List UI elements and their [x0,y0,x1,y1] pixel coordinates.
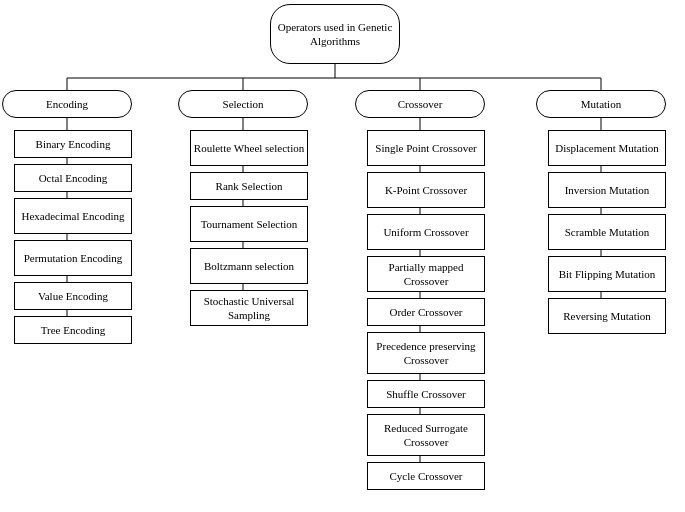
encoding-item-2: Hexadecimal Encoding [14,198,132,234]
encoding-item-4: Value Encoding [14,282,132,310]
selection-item-1: Rank Selection [190,172,308,200]
selection-item-4: Stochastic Universal Sampling [190,290,308,326]
mutation-item-1: Inversion Mutation [548,172,666,208]
mutation-item-4: Reversing Mutation [548,298,666,334]
category-encoding: Encoding [2,90,132,118]
encoding-item-5: Tree Encoding [14,316,132,344]
mutation-item-0: Displacement Mutation [548,130,666,166]
selection-item-0: Roulette Wheel selection [190,130,308,166]
crossover-item-5: Precedence preserving Crossover [367,332,485,374]
crossover-item-4: Order Crossover [367,298,485,326]
category-selection: Selection [178,90,308,118]
mutation-item-3: Bit Flipping Mutation [548,256,666,292]
crossover-item-1: K-Point Crossover [367,172,485,208]
crossover-item-8: Cycle Crossover [367,462,485,490]
encoding-item-0: Binary Encoding [14,130,132,158]
selection-item-3: Boltzmann selection [190,248,308,284]
selection-item-2: Tournament Selection [190,206,308,242]
crossover-item-0: Single Point Crossover [367,130,485,166]
encoding-item-1: Octal Encoding [14,164,132,192]
crossover-item-7: Reduced Surrogate Crossover [367,414,485,456]
encoding-item-3: Permutation Encoding [14,240,132,276]
mutation-item-2: Scramble Mutation [548,214,666,250]
diagram: Operators used in Genetic Algorithms Enc… [0,0,685,512]
category-mutation: Mutation [536,90,666,118]
category-crossover: Crossover [355,90,485,118]
root-node: Operators used in Genetic Algorithms [270,4,400,64]
crossover-item-2: Uniform Crossover [367,214,485,250]
crossover-item-3: Partially mapped Crossover [367,256,485,292]
crossover-item-6: Shuffle Crossover [367,380,485,408]
